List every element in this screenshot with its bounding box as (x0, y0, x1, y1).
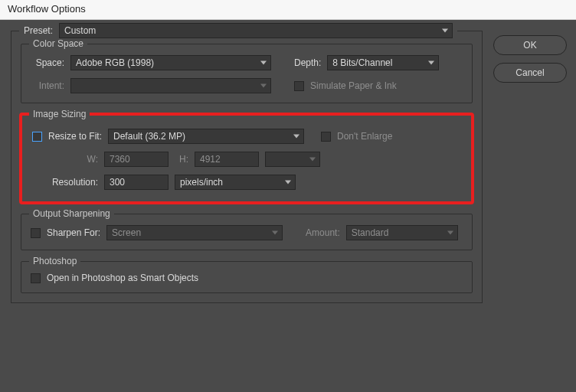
simulate-checkbox (294, 81, 304, 91)
image-sizing-group: Image Sizing Resize to Fit: Default (36.… (21, 114, 473, 203)
h-label: H: (175, 154, 188, 165)
resize-select[interactable]: Default (36.2 MP) (108, 129, 304, 144)
window-title: Workflow Options (8, 3, 86, 15)
dont-enlarge-label: Don't Enlarge (337, 131, 392, 142)
amount-value: Standard (352, 227, 389, 238)
chevron-down-icon (442, 29, 448, 33)
depth-select[interactable]: 8 Bits/Channel (327, 55, 439, 70)
preset-value: Custom (64, 25, 96, 36)
ok-button[interactable]: OK (493, 35, 567, 55)
width-input: 7360 (104, 152, 169, 167)
photoshop-group: Photoshop Open in Photoshop as Smart Obj… (21, 261, 473, 293)
sharpen-checkbox[interactable] (31, 228, 41, 238)
simulate-label: Simulate Paper & Ink (310, 80, 397, 91)
resolution-input[interactable]: 300 (104, 175, 169, 190)
chevron-down-icon (293, 135, 299, 139)
depth-label: Depth: (294, 57, 321, 68)
resize-value: Default (36.2 MP) (113, 131, 185, 142)
photoshop-legend: Photoshop (29, 256, 80, 266)
space-value: Adobe RGB (1998) (76, 57, 154, 68)
resize-checkbox[interactable] (32, 132, 42, 142)
preset-select[interactable]: Custom (59, 23, 453, 38)
chevron-down-icon (285, 181, 291, 185)
dim-unit-select (265, 152, 320, 167)
sharpen-label: Sharpen For: (47, 227, 100, 238)
output-sharpening-group: Output Sharpening Sharpen For: Screen Am… (21, 214, 473, 250)
ok-label: OK (523, 40, 536, 51)
space-label: Space: (31, 57, 64, 68)
chevron-down-icon (447, 231, 453, 235)
height-value: 4912 (200, 154, 221, 165)
resolution-unit-select[interactable]: pixels/inch (175, 175, 296, 190)
titlebar: Workflow Options (0, 0, 576, 20)
chevron-down-icon (272, 231, 278, 235)
resolution-value: 300 (110, 177, 125, 188)
output-sharpening-legend: Output Sharpening (29, 208, 114, 219)
space-select[interactable]: Adobe RGB (1998) (70, 55, 271, 70)
chevron-down-icon (309, 158, 316, 162)
amount-select: Standard (346, 225, 458, 240)
depth-value: 8 Bits/Channel (332, 57, 392, 68)
chevron-down-icon (260, 84, 267, 88)
smart-objects-checkbox[interactable] (31, 273, 41, 283)
color-space-legend: Color Space (29, 38, 87, 49)
w-label: W: (32, 154, 98, 165)
dont-enlarge-checkbox (321, 132, 331, 142)
width-value: 7360 (110, 154, 130, 165)
smart-objects-label: Open in Photoshop as Smart Objects (47, 273, 198, 283)
cancel-label: Cancel (515, 67, 544, 78)
color-space-group: Color Space Space: Adobe RGB (1998) Dept… (21, 44, 473, 103)
options-frame: Preset: Custom Color Space Space: Adobe … (11, 31, 483, 303)
sharpen-value: Screen (112, 227, 141, 238)
resolution-label: Resolution: (32, 177, 98, 188)
chevron-down-icon (428, 61, 434, 65)
image-sizing-legend: Image Sizing (29, 109, 90, 119)
height-input: 4912 (195, 152, 259, 167)
sharpen-select: Screen (106, 225, 283, 240)
preset-label: Preset: (24, 25, 53, 36)
resolution-unit-value: pixels/inch (180, 177, 223, 188)
cancel-button[interactable]: Cancel (493, 63, 567, 83)
amount-label: Amount: (306, 227, 340, 238)
intent-select (70, 78, 271, 93)
intent-label: Intent: (31, 80, 64, 91)
resize-label: Resize to Fit: (48, 131, 102, 142)
chevron-down-icon (260, 61, 267, 65)
